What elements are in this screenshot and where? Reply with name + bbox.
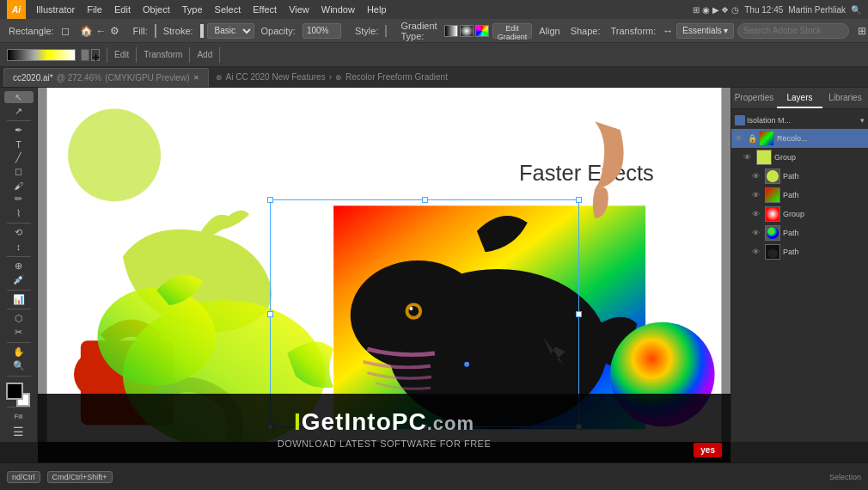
menu-edit[interactable]: Edit xyxy=(109,3,136,16)
scale-tool[interactable]: ↕ xyxy=(4,241,34,253)
tab-zoom: @ 272.46% xyxy=(57,73,101,83)
paintbrush-tool[interactable]: 🖌 xyxy=(4,180,34,192)
layer-name-5: Path xyxy=(783,191,865,199)
type-tool[interactable]: T xyxy=(4,138,34,150)
transform-icon[interactable]: ↔ xyxy=(663,21,673,40)
layer-item-5[interactable]: 👁 Path xyxy=(731,186,868,205)
shaper-tool[interactable]: ⌇ xyxy=(4,207,34,219)
layer-lock-icon[interactable]: 🔒 xyxy=(748,134,756,143)
tab-properties[interactable]: Properties xyxy=(731,88,777,108)
layer-thumb-recolor xyxy=(759,131,774,146)
menu-bar: Ai Illustrator File Edit Object Type Sel… xyxy=(0,0,868,19)
stroke-label: Stroke: xyxy=(160,26,197,36)
tools-panel: ↖ ↗ ✒ T ╱ ◻ 🖌 ✏ ⌇ ⟲ ↕ ⊕ 💉 📊 ⬡ ✂ ✋ 🔍 Fill… xyxy=(0,88,38,442)
search-icon[interactable]: 🔍 xyxy=(851,5,861,15)
status-text: Selection xyxy=(829,473,861,481)
layer-item-7[interactable]: 👁 Path xyxy=(731,224,868,242)
blend-tool[interactable]: ⊕ xyxy=(4,260,34,272)
layers-controls: Isolation M... ▾ xyxy=(731,113,868,129)
rect-tool[interactable]: ◻ xyxy=(4,166,34,178)
align-label: Align xyxy=(535,26,563,36)
layer-thumb-7 xyxy=(765,225,780,241)
layer-eye-3[interactable]: 👁 xyxy=(743,153,754,162)
home-btn[interactable]: 🏠 xyxy=(80,21,93,40)
main-area: ↖ ↗ ✒ T ╱ ◻ 🖌 ✏ ⌇ ⟲ ↕ ⊕ 💉 📊 ⬡ ✂ ✋ 🔍 Fill… xyxy=(0,88,868,442)
tab-libraries[interactable]: Libraries xyxy=(822,88,868,108)
essentials-btn[interactable]: Essentials ▾ xyxy=(676,23,734,39)
stroke-swatch[interactable] xyxy=(200,24,204,38)
layer-item-6[interactable]: 👁 Group xyxy=(731,205,868,224)
menu-select[interactable]: Select xyxy=(210,3,247,16)
style-preview[interactable] xyxy=(385,25,387,37)
document-tab[interactable]: cc2020.ai* @ 272.46% (CMYK/GPU Preview) … xyxy=(3,68,209,87)
layer-item-8[interactable]: 👁 Path xyxy=(731,242,868,261)
sec-transform-label: Transform xyxy=(144,50,182,59)
rectangle-tool-btn[interactable]: ◻ xyxy=(61,21,70,40)
breadcrumb-item-1[interactable]: Ai CC 2020 New Features xyxy=(226,72,326,82)
layer-item-3[interactable]: 👁 Group xyxy=(731,148,868,167)
direct-select-tool[interactable]: ↗ xyxy=(4,105,34,117)
stock-search-input[interactable] xyxy=(737,23,849,39)
layer-visibility-icon[interactable]: 👁 xyxy=(735,134,745,143)
clock: Thu 12:45 xyxy=(744,5,783,15)
fill-label: Fill: xyxy=(130,26,151,36)
layer-expand-icon[interactable]: ▾ xyxy=(860,116,865,125)
breadcrumb-item-2[interactable]: Recolor Freeform Gradient xyxy=(345,72,448,82)
layer-eye-6[interactable]: 👁 xyxy=(752,210,762,218)
menu-view[interactable]: View xyxy=(284,3,315,16)
opacity-input[interactable] xyxy=(303,23,341,39)
layer-eye-8[interactable]: 👁 xyxy=(752,248,762,256)
svg-point-21 xyxy=(767,249,778,258)
menu-type[interactable]: Type xyxy=(177,3,208,16)
layer-eye-4[interactable]: 👁 xyxy=(752,172,762,181)
watermark-overlay: IGetIntoPC.com Download Latest Software … xyxy=(38,394,730,462)
layer-eye-7[interactable]: 👁 xyxy=(752,229,762,237)
pencil-tool[interactable]: ✏ xyxy=(4,193,34,205)
svg-point-17 xyxy=(767,170,779,182)
graph-tool[interactable]: 📊 xyxy=(4,293,34,305)
layer-thumb-4 xyxy=(765,168,780,184)
fill-mode-btn[interactable]: Fill xyxy=(4,411,34,423)
zoom-tool[interactable]: 🔍 xyxy=(4,360,34,372)
tool-sep-2 xyxy=(7,223,31,224)
artboard-tool[interactable]: ⬡ xyxy=(4,313,34,325)
tab-layers[interactable]: Layers xyxy=(777,88,822,108)
rotate-tool[interactable]: ⟲ xyxy=(4,227,34,239)
foreground-swatch[interactable] xyxy=(6,383,23,400)
canvas-area[interactable]: Faster Effects xyxy=(38,88,730,442)
line-tool[interactable]: ╱ xyxy=(4,152,34,164)
menu-effect[interactable]: Effect xyxy=(248,3,282,16)
menu-illustrator[interactable]: Illustrator xyxy=(31,3,80,16)
screen-mode-btn[interactable]: ☰ xyxy=(4,425,34,438)
layer-eye-5[interactable]: 👁 xyxy=(752,191,762,199)
app-logo: Ai xyxy=(7,0,26,19)
slice-tool[interactable]: ✂ xyxy=(4,327,34,339)
menu-window[interactable]: Window xyxy=(316,3,360,16)
select-tool[interactable]: ↖ xyxy=(4,91,34,103)
shape-label: Rectangle: xyxy=(5,26,58,36)
gradient-linear-icon[interactable] xyxy=(444,25,458,37)
gradient-add-btn[interactable]: + xyxy=(91,49,100,61)
style-dropdown[interactable]: Basic xyxy=(207,23,254,39)
panel-toggle-btn[interactable]: ⊞ xyxy=(853,21,868,40)
gradient-bar[interactable] xyxy=(7,49,76,61)
artwork-svg: Faster Effects xyxy=(38,88,730,442)
menu-file[interactable]: File xyxy=(82,3,107,16)
eyedropper-tool[interactable]: 💉 xyxy=(4,273,34,285)
settings-btn[interactable]: ⚙ xyxy=(110,21,119,40)
style-label2: Style: xyxy=(351,26,382,36)
layer-item-4[interactable]: 👁 Path xyxy=(731,167,868,186)
layer-item-recolor[interactable]: 👁 🔒 Recolo... xyxy=(731,129,868,148)
tab-close-btn[interactable]: ✕ xyxy=(193,74,199,82)
menu-object[interactable]: Object xyxy=(138,3,175,16)
edit-gradient-btn[interactable]: Edit Gradient xyxy=(492,23,533,39)
fill-swatch[interactable] xyxy=(155,24,156,38)
pen-tool[interactable]: ✒ xyxy=(4,125,34,137)
gradient-stop-btn[interactable] xyxy=(81,49,89,61)
svg-point-1 xyxy=(68,109,161,202)
gradient-radial-icon[interactable] xyxy=(460,25,474,37)
hand-tool[interactable]: ✋ xyxy=(4,346,34,358)
gradient-freeform-icon[interactable] xyxy=(475,25,489,37)
menu-help[interactable]: Help xyxy=(362,3,392,16)
back-btn[interactable]: ← xyxy=(96,21,107,40)
